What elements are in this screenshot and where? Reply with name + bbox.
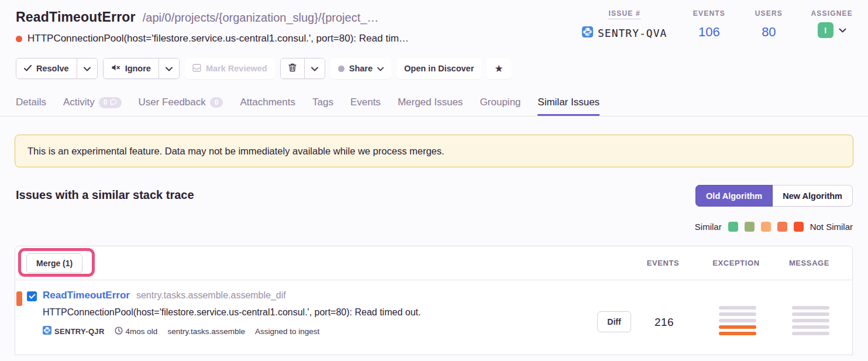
chevron-down-icon xyxy=(839,28,846,33)
message-similarity-bars xyxy=(774,306,847,335)
similarity-bar xyxy=(792,306,829,310)
resolve-label: Resolve xyxy=(36,64,69,73)
inbox-icon xyxy=(192,64,201,74)
similar-issues-table-header: Merge (1) EVENTS EXCEPTION MESSAGE xyxy=(15,246,852,280)
similarity-swatch-4 xyxy=(777,222,787,232)
similar-issue-row: ReadTimeoutError sentry.tasks.assemble.a… xyxy=(15,280,852,355)
share-status-dot xyxy=(338,66,345,72)
comment-bubble-icon xyxy=(110,99,117,106)
star-icon: ★ xyxy=(494,63,503,74)
share-label: Share xyxy=(349,64,373,73)
similarity-bar xyxy=(792,312,829,316)
mute-icon xyxy=(111,64,120,73)
similarity-bar xyxy=(719,325,756,329)
column-header-exception: EXCEPTION xyxy=(700,259,773,267)
bookmark-button[interactable]: ★ xyxy=(487,58,511,79)
ignore-button[interactable]: Ignore xyxy=(104,59,159,78)
similarity-bar xyxy=(792,332,829,335)
users-label: USERS xyxy=(755,9,783,18)
issue-transaction-path: /api/0/projects/{organization_slug}/{pro… xyxy=(143,11,379,25)
clock-icon xyxy=(115,326,123,336)
python-platform-icon xyxy=(582,26,593,40)
chevron-down-icon xyxy=(311,64,318,73)
user-feedback-badge: 0 xyxy=(210,97,223,108)
legend-not-similar-label: Not Similar xyxy=(810,222,853,232)
ignore-label: Ignore xyxy=(125,64,151,73)
similarity-bar xyxy=(792,319,829,322)
tab-attachments[interactable]: Attachments xyxy=(240,92,295,116)
tab-events[interactable]: Events xyxy=(350,92,381,116)
legend-similar-label: Similar xyxy=(695,222,722,232)
row-assignment: Assigned to ingest xyxy=(255,327,319,336)
share-button[interactable]: Share xyxy=(330,58,391,79)
row-age: 4mos old xyxy=(115,326,158,336)
merge-button[interactable]: Merge (1) xyxy=(26,253,82,273)
issue-short-id-link[interactable]: SENTRY-QVA xyxy=(582,26,667,40)
issue-details-page: ReadTimeoutError /api/0/projects/{organi… xyxy=(0,0,868,361)
tab-similar-issues[interactable]: Similar Issues xyxy=(538,92,600,116)
events-count-link[interactable]: 106 xyxy=(698,25,720,40)
tab-tags[interactable]: Tags xyxy=(312,92,333,116)
issue-title-link[interactable]: ReadTimeoutError xyxy=(43,290,130,301)
error-level-dot xyxy=(16,36,22,42)
tab-merged-issues[interactable]: Merged Issues xyxy=(398,92,463,116)
delete-button[interactable] xyxy=(281,59,304,78)
tab-activity[interactable]: Activity 0 xyxy=(63,92,122,116)
similarity-swatch-5 xyxy=(794,222,804,232)
similarity-bar xyxy=(719,312,756,316)
column-header-message: MESSAGE xyxy=(773,259,846,267)
delete-dropdown-button[interactable] xyxy=(304,59,325,78)
ignore-button-group: Ignore xyxy=(103,58,180,79)
ignore-dropdown-button[interactable] xyxy=(159,59,179,78)
open-in-discover-button[interactable]: Open in Discover xyxy=(397,58,481,79)
check-icon xyxy=(24,64,32,73)
similarity-bar xyxy=(719,332,756,335)
algorithm-toggle: Old Algorithm New Algorithm xyxy=(695,185,853,207)
similar-issues-table: Merge (1) EVENTS EXCEPTION MESSAGE ReadT… xyxy=(15,246,853,355)
chevron-down-icon xyxy=(166,64,173,73)
python-platform-icon xyxy=(43,326,51,336)
stat-events: EVENTS 106 xyxy=(691,9,726,40)
experimental-feature-banner: This is an experimental feature. Data ma… xyxy=(15,135,853,167)
tab-details[interactable]: Details xyxy=(16,92,46,116)
mark-reviewed-button[interactable]: Mark Reviewed xyxy=(185,58,275,79)
activity-badge: 0 xyxy=(99,97,122,108)
old-algorithm-button[interactable]: Old Algorithm xyxy=(695,185,773,207)
page-title: ReadTimeoutError xyxy=(16,9,136,25)
chevron-down-icon xyxy=(84,64,91,73)
chevron-down-icon xyxy=(377,64,384,73)
stat-issue-number: ISSUE # SENTRY-QVA xyxy=(582,9,667,40)
resolve-button-group: Resolve xyxy=(16,58,98,79)
users-count-link[interactable]: 80 xyxy=(762,25,776,40)
resolve-dropdown-button[interactable] xyxy=(77,59,97,78)
issue-tabs: Details Activity 0 User Feedback 0 Attac… xyxy=(16,92,600,116)
diff-button[interactable]: Diff xyxy=(597,311,631,332)
row-checkbox[interactable] xyxy=(27,291,37,301)
stat-assignee: ASSIGNEE I xyxy=(811,9,853,40)
row-short-id: SENTRY-QJR xyxy=(43,326,105,336)
tab-grouping[interactable]: Grouping xyxy=(480,92,521,116)
banner-text: This is an experimental feature. Data ma… xyxy=(27,146,445,157)
issue-short-id: SENTRY-QVA xyxy=(598,27,667,39)
similarity-bar xyxy=(719,319,756,322)
issue-actions-toolbar: Resolve Ignore Mark Reviewed xyxy=(16,58,511,79)
assignee-label: ASSIGNEE xyxy=(811,9,853,18)
issue-message-preview: HTTPConnectionPool(host='filestore.servi… xyxy=(27,33,409,44)
section-heading: Issues with a similar stack trace xyxy=(16,188,194,202)
similarity-bar xyxy=(792,325,829,329)
assignee-selector[interactable]: I xyxy=(818,22,846,38)
delete-button-group xyxy=(280,58,325,79)
issue-number-label: ISSUE # xyxy=(608,9,640,19)
resolve-button[interactable]: Resolve xyxy=(16,59,77,78)
similarity-bar xyxy=(719,306,756,310)
mark-reviewed-label: Mark Reviewed xyxy=(206,64,267,73)
tab-user-feedback[interactable]: User Feedback 0 xyxy=(139,92,223,116)
table-column-headers: EVENTS EXCEPTION MESSAGE xyxy=(626,246,846,280)
issue-culprit: sentry.tasks.assemble.assemble_dif xyxy=(136,290,286,301)
trash-icon xyxy=(288,63,297,74)
row-events-count: 216 xyxy=(628,316,701,329)
new-algorithm-button[interactable]: New Algorithm xyxy=(773,185,853,207)
issue-stats: ISSUE # SENTRY-QVA EVENTS 106 USERS 80 A… xyxy=(582,9,853,40)
similarity-swatch-1 xyxy=(728,222,738,232)
exception-similarity-bars xyxy=(701,306,774,335)
